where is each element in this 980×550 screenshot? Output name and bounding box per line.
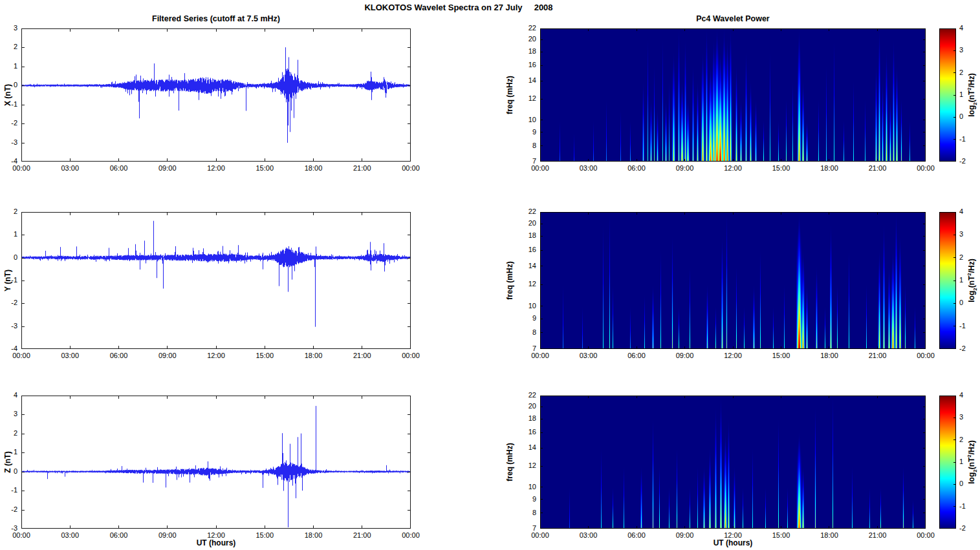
- ytick-label: -2: [1, 505, 17, 514]
- ytick-label: 1: [1, 62, 17, 70]
- freq-tick-label: 10: [518, 116, 536, 124]
- colorbar-tick-label: 3: [959, 230, 975, 238]
- time-tick-label: 06:00: [106, 164, 132, 173]
- time-tick-label: 00:00: [913, 352, 939, 360]
- freq-tick-label: 16: [518, 246, 536, 254]
- time-tick-label: 09:00: [672, 531, 698, 540]
- time-tick-label: 06:00: [106, 352, 132, 360]
- colorbar-tick-label: 2: [959, 436, 975, 444]
- z-wavelet-spectrogram: [540, 396, 926, 529]
- time-tick-label: 15:00: [768, 164, 794, 173]
- ytick-label: 2: [1, 43, 17, 51]
- time-tick-label: 00:00: [8, 164, 34, 173]
- colorbar-tick-label: 3: [959, 46, 975, 54]
- x-series-plot: [21, 28, 411, 162]
- time-tick-label: 12:00: [203, 531, 229, 540]
- z-series-plot: [21, 396, 411, 529]
- freq-tick-label: 20: [518, 35, 536, 43]
- ut-hours-label-left: UT (hours): [197, 538, 236, 547]
- ytick-label: 1: [1, 448, 17, 456]
- freq-tick-label: 12: [518, 280, 536, 288]
- colorbar-tick-label: 1: [959, 276, 975, 284]
- freq-tick-label: 18: [518, 231, 536, 240]
- ytick-label: -2: [1, 119, 17, 127]
- ytick-label: 3: [1, 410, 17, 418]
- ut-hours-label-right: UT (hours): [713, 538, 753, 547]
- freq-tick-label: 12: [518, 461, 536, 470]
- freq-tick-label: 10: [518, 483, 536, 491]
- time-tick-label: 00:00: [527, 531, 553, 540]
- colorbar-tick-label: 2: [959, 253, 975, 262]
- freq-tick-label: 20: [518, 402, 536, 410]
- right-column-title: Pc4 Wavelet Power: [696, 14, 769, 23]
- colorbar-tick-label: 4: [959, 391, 975, 399]
- freq-axis-label-2: freq (mHz): [505, 261, 514, 299]
- colorbar-tick-label: 1: [959, 90, 975, 99]
- time-tick-label: 18:00: [301, 531, 327, 540]
- ytick-label: 3: [1, 24, 17, 32]
- freq-tick-label: 22: [518, 24, 536, 32]
- colorbar-tick-label: 0: [959, 480, 975, 488]
- time-tick-label: 21:00: [865, 352, 891, 360]
- colorbar-tick-label: 0: [959, 112, 975, 121]
- colorbar-tick-label: 4: [959, 24, 975, 32]
- ytick-label: -3: [1, 322, 17, 330]
- freq-tick-label: 22: [518, 207, 536, 216]
- colorbar-tick-label: -2: [959, 157, 975, 165]
- time-tick-label: 12:00: [720, 352, 746, 360]
- figure-title: KLOKOTOS Wavelet Spectra on 27 July 2008: [364, 3, 552, 12]
- time-tick-label: 15:00: [768, 352, 794, 360]
- time-tick-label: 06:00: [624, 531, 649, 540]
- ytick-label: 0: [1, 467, 17, 476]
- time-tick-label: 12:00: [720, 531, 746, 540]
- time-tick-label: 00:00: [527, 164, 553, 173]
- colorbar-tick-label: 0: [959, 299, 975, 307]
- time-tick-label: 03:00: [576, 352, 602, 360]
- freq-tick-label: 20: [518, 219, 536, 227]
- time-tick-label: 15:00: [252, 531, 278, 540]
- colorbar-tick-label: 1: [959, 458, 975, 466]
- ytick-label: 0: [1, 253, 17, 262]
- time-tick-label: 15:00: [252, 164, 278, 173]
- colorbar-tick-label: -1: [959, 135, 975, 143]
- time-tick-label: 21:00: [349, 164, 375, 173]
- left-column-title: Filtered Series (cutoff at 7.5 mHz): [152, 14, 280, 23]
- ytick-label: 1: [1, 230, 17, 238]
- freq-tick-label: 9: [518, 128, 536, 136]
- time-tick-label: 21:00: [349, 352, 375, 360]
- time-tick-label: 00:00: [913, 164, 939, 173]
- time-tick-label: 09:00: [155, 164, 180, 173]
- time-tick-label: 09:00: [672, 352, 698, 360]
- colorbar-2: [939, 212, 956, 349]
- time-tick-label: 21:00: [865, 531, 891, 540]
- freq-tick-label: 14: [518, 76, 536, 85]
- time-tick-label: 06:00: [106, 531, 132, 540]
- colorbar-1: [939, 28, 956, 162]
- time-tick-label: 09:00: [155, 531, 180, 540]
- time-tick-label: 00:00: [398, 164, 424, 173]
- time-tick-label: 03:00: [57, 352, 83, 360]
- time-tick-label: 00:00: [8, 352, 34, 360]
- colorbar-tick-label: 4: [959, 207, 975, 216]
- freq-tick-label: 10: [518, 302, 536, 310]
- time-tick-label: 18:00: [816, 531, 842, 540]
- time-tick-label: 21:00: [349, 531, 375, 540]
- time-tick-label: 03:00: [57, 164, 83, 173]
- time-tick-label: 00:00: [398, 531, 424, 540]
- time-tick-label: 06:00: [624, 352, 649, 360]
- freq-tick-label: 18: [518, 414, 536, 423]
- time-tick-label: 03:00: [576, 531, 602, 540]
- time-tick-label: 15:00: [252, 352, 278, 360]
- ytick-label: -1: [1, 276, 17, 284]
- time-tick-label: 00:00: [913, 531, 939, 540]
- colorbar-3: [939, 396, 956, 529]
- figure-canvas: KLOKOTOS Wavelet Spectra on 27 July 2008…: [0, 0, 980, 550]
- time-tick-label: 12:00: [203, 164, 229, 173]
- time-tick-label: 12:00: [720, 164, 746, 173]
- time-tick-label: 09:00: [672, 164, 698, 173]
- colorbar-tick-label: 2: [959, 69, 975, 77]
- time-tick-label: 03:00: [576, 164, 602, 173]
- time-tick-label: 21:00: [865, 164, 891, 173]
- time-tick-label: 18:00: [301, 164, 327, 173]
- time-tick-label: 18:00: [816, 352, 842, 360]
